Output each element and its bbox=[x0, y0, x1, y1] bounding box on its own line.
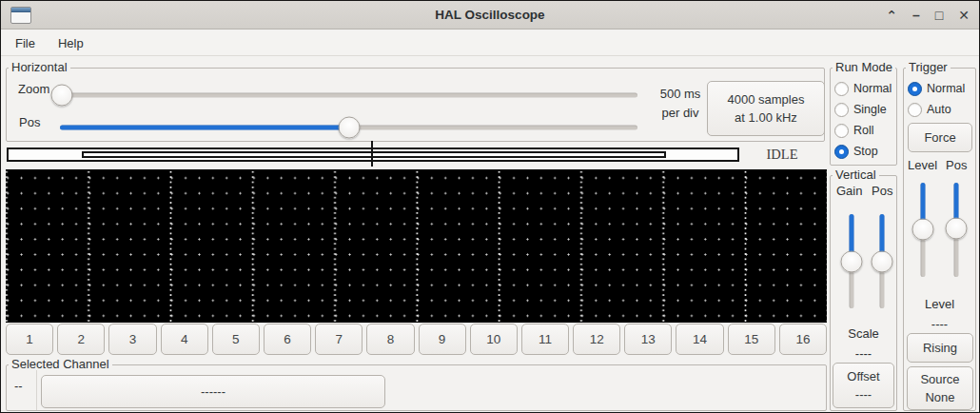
pos-slider-label: Pos bbox=[19, 115, 40, 129]
radio-stop[interactable]: Stop bbox=[834, 141, 892, 162]
horizontal-group-label: Horizontal bbox=[9, 60, 70, 74]
vertical-gain-slider[interactable] bbox=[840, 214, 863, 308]
channel-button-1[interactable]: 1 bbox=[6, 324, 53, 355]
channel-button-12[interactable]: 12 bbox=[573, 324, 620, 355]
shade-icon[interactable]: ⌃ bbox=[886, 9, 897, 22]
slider-handle[interactable] bbox=[841, 250, 863, 272]
radio-single[interactable]: Single bbox=[834, 99, 892, 120]
channel-button-14[interactable]: 14 bbox=[676, 324, 723, 355]
channel-button-10[interactable]: 10 bbox=[470, 324, 518, 355]
trigger-level-label: Level bbox=[904, 297, 975, 311]
menubar: File Help bbox=[1, 30, 979, 56]
slider-handle[interactable] bbox=[338, 117, 360, 139]
selected-channel-value: -- bbox=[14, 379, 23, 393]
radio-normal[interactable]: Normal bbox=[908, 78, 965, 99]
run-mode-group: Run Mode NormalSingleRollStop bbox=[830, 68, 897, 166]
sample-rate-button[interactable]: 4000 samples at 1.00 kHz bbox=[707, 81, 825, 136]
slider-track bbox=[56, 93, 637, 98]
zoom-slider-label: Zoom bbox=[18, 82, 49, 96]
channel-button-16[interactable]: 16 bbox=[779, 324, 827, 355]
channel-button-6[interactable]: 6 bbox=[264, 324, 311, 355]
radio-circle bbox=[908, 82, 922, 96]
selected-channel-divider bbox=[36, 370, 37, 410]
channel-button-11[interactable]: 11 bbox=[521, 324, 569, 355]
channel-button-5[interactable]: 5 bbox=[212, 324, 260, 355]
trigger-options: NormalAuto bbox=[908, 78, 965, 120]
trigger-level-slider[interactable] bbox=[911, 183, 934, 277]
vertical-group-label: Vertical bbox=[833, 167, 879, 182]
run-mode-options: NormalSingleRollStop bbox=[834, 78, 892, 162]
channel-button-8[interactable]: 8 bbox=[366, 324, 414, 355]
selected-channel-name-button[interactable]: ------ bbox=[41, 375, 385, 408]
window-icon bbox=[10, 7, 31, 24]
vertical-group: Vertical Gain Pos Scale ---- Offset ---- bbox=[830, 175, 897, 411]
hal-oscilloscope-window: HAL Oscilloscope ⌃ – □ ✕ File Help Horiz… bbox=[0, 0, 980, 413]
radio-auto[interactable]: Auto bbox=[908, 99, 965, 120]
channel-button-row: 12345678910111213141516 bbox=[6, 324, 827, 355]
trigger-level-value: ---- bbox=[904, 317, 975, 331]
vertical-pos-slider[interactable] bbox=[871, 214, 893, 308]
radio-circle bbox=[834, 82, 849, 96]
run-mode-group-label: Run Mode bbox=[833, 60, 895, 74]
slider-handle[interactable] bbox=[872, 250, 893, 272]
minimize-icon[interactable]: – bbox=[912, 9, 920, 22]
channel-button-15[interactable]: 15 bbox=[728, 324, 775, 355]
status-badge: IDLE bbox=[751, 147, 813, 163]
scale-value: ---- bbox=[831, 346, 896, 361]
titlebar[interactable]: HAL Oscilloscope ⌃ – □ ✕ bbox=[1, 1, 979, 30]
trigger-source-button[interactable]: Source None bbox=[907, 366, 973, 410]
channel-button-3[interactable]: 3 bbox=[108, 324, 156, 355]
scale-label: Scale bbox=[831, 326, 896, 341]
radio-circle bbox=[834, 124, 849, 138]
vertical-pos-slider-label: Pos bbox=[872, 184, 892, 198]
maximize-icon[interactable]: □ bbox=[935, 9, 943, 22]
radio-circle bbox=[908, 103, 922, 117]
channel-button-4[interactable]: 4 bbox=[161, 324, 208, 355]
slider-handle[interactable] bbox=[51, 85, 73, 107]
trigger-level-slider-label: Level bbox=[908, 158, 937, 172]
trigger-pos-slider-label: Pos bbox=[946, 158, 967, 172]
menu-help[interactable]: Help bbox=[49, 32, 92, 54]
slider-handle[interactable] bbox=[912, 218, 934, 240]
radio-circle bbox=[834, 145, 849, 159]
horizontal-pos-slider[interactable] bbox=[60, 116, 637, 139]
trigger-group: Trigger NormalAuto Force Level Pos Level… bbox=[903, 68, 976, 411]
time-per-div: 500 ms per div bbox=[652, 85, 709, 123]
offset-button[interactable]: Offset ---- bbox=[833, 363, 894, 408]
horizontal-group: Horizontal Zoom Pos 500 ms per div 4000 … bbox=[6, 68, 825, 142]
channel-button-13[interactable]: 13 bbox=[624, 324, 672, 355]
window-title: HAL Oscilloscope bbox=[1, 8, 979, 22]
radio-normal[interactable]: Normal bbox=[834, 78, 892, 99]
channel-button-9[interactable]: 9 bbox=[419, 324, 466, 355]
trigger-position-marker bbox=[371, 141, 373, 167]
channel-button-7[interactable]: 7 bbox=[315, 324, 363, 355]
force-button[interactable]: Force bbox=[908, 123, 972, 152]
radio-roll[interactable]: Roll bbox=[834, 120, 892, 141]
horizontal-zoom-slider[interactable] bbox=[56, 84, 637, 107]
menu-file[interactable]: File bbox=[7, 32, 44, 54]
trigger-group-label: Trigger bbox=[906, 60, 951, 74]
trigger-pos-slider[interactable] bbox=[945, 183, 968, 277]
window-controls: ⌃ – □ ✕ bbox=[886, 1, 970, 30]
scope-display[interactable] bbox=[6, 169, 827, 323]
gain-slider-label: Gain bbox=[836, 184, 862, 198]
channel-button-2[interactable]: 2 bbox=[57, 324, 105, 355]
record-view-window bbox=[82, 151, 666, 158]
close-icon[interactable]: ✕ bbox=[958, 9, 970, 22]
trigger-edge-button[interactable]: Rising bbox=[907, 333, 973, 363]
radio-circle bbox=[834, 103, 849, 117]
slider-handle[interactable] bbox=[946, 217, 968, 239]
selected-channel-group-label: Selected Channel bbox=[9, 357, 112, 371]
